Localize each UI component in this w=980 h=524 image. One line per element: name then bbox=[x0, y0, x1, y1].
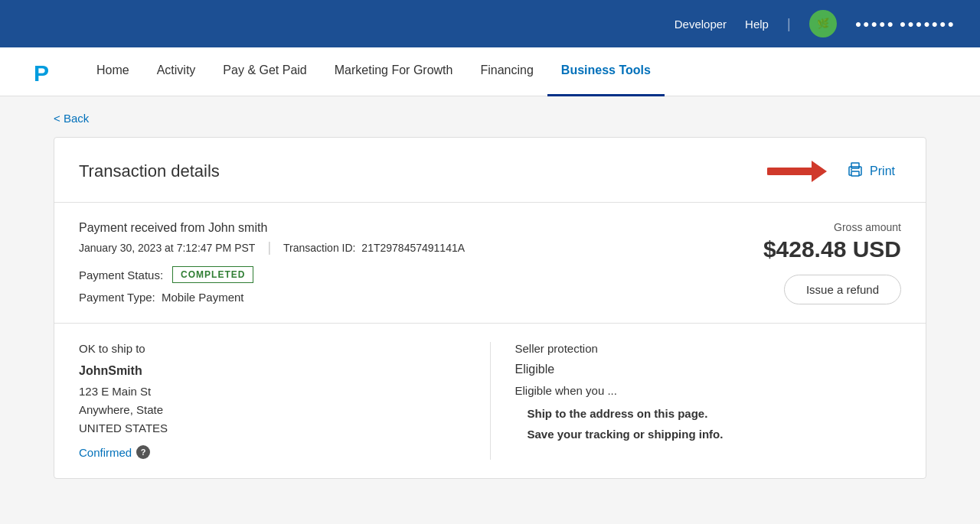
transaction-id: Transaction ID: 21T2978457491141A bbox=[283, 242, 465, 254]
payment-type: Payment Type: Mobile Payment bbox=[79, 291, 465, 304]
top-bar-divider: | bbox=[787, 16, 791, 32]
card-header-right: Print bbox=[767, 156, 901, 187]
svg-point-8 bbox=[851, 169, 852, 171]
svg-text:🌿: 🌿 bbox=[817, 17, 830, 30]
developer-link[interactable]: Developer bbox=[675, 18, 727, 31]
seller-protection-section: Seller protection Eligible Eligible when… bbox=[490, 342, 902, 460]
svg-rect-7 bbox=[851, 171, 859, 176]
info-icon: ? bbox=[136, 445, 150, 459]
payment-info: Payment received from John smith January… bbox=[54, 203, 926, 324]
nav-pay-get-paid[interactable]: Pay & Get Paid bbox=[209, 47, 320, 96]
username-masked: ●●●●● ●●●●●●● bbox=[855, 18, 956, 30]
print-label: Print bbox=[870, 164, 895, 178]
payment-right: Gross amount $428.48 USD Issue a refund bbox=[763, 221, 901, 304]
nav-home[interactable]: Home bbox=[83, 47, 143, 96]
address-line3: UNITED STATES bbox=[79, 419, 466, 438]
eligible-bullet-1: Ship to the address on this page. bbox=[528, 403, 902, 424]
date-divider: | bbox=[267, 239, 271, 255]
paypal-logo: P bbox=[31, 58, 58, 86]
shipping-name: JohnSmith bbox=[79, 364, 466, 378]
payment-date-value: January 30, 2023 at 7:12:47 PM PST bbox=[79, 242, 255, 254]
address-line2: Anywhere, State bbox=[79, 401, 466, 419]
card-title: Transaction details bbox=[79, 161, 220, 181]
ok-to-ship-label: OK to ship to bbox=[79, 342, 466, 355]
gross-amount: $428.48 USD bbox=[763, 236, 901, 262]
main-nav: P Home Activity Pay & Get Paid Marketing… bbox=[0, 47, 980, 96]
shipping-section: OK to ship to JohnSmith 123 E Main St An… bbox=[54, 324, 926, 478]
nav-activity[interactable]: Activity bbox=[143, 47, 210, 96]
eligible-text: Eligible bbox=[515, 363, 902, 376]
payment-status-label: Payment Status: bbox=[79, 269, 163, 282]
payment-type-value: Mobile Payment bbox=[162, 291, 244, 304]
transaction-id-value: 21T2978457491141A bbox=[361, 242, 465, 254]
payment-type-label: Payment Type: bbox=[79, 291, 155, 304]
shipping-address: 123 E Main St Anywhere, State UNITED STA… bbox=[79, 382, 466, 438]
gross-label: Gross amount bbox=[763, 221, 901, 233]
nav-financing[interactable]: Financing bbox=[466, 47, 547, 96]
payment-from: Payment received from John smith bbox=[79, 221, 465, 235]
avatar: 🌿 bbox=[809, 10, 837, 37]
seller-protection-label: Seller protection bbox=[515, 342, 902, 355]
top-bar: Developer Help | 🌿 ●●●●● ●●●●●●● bbox=[0, 0, 980, 47]
payment-status-row: Payment Status: COMPLETED bbox=[79, 266, 465, 283]
confirmed-label: Confirmed bbox=[79, 446, 132, 459]
arrow-right-icon bbox=[767, 156, 828, 187]
eligible-bullets: Ship to the address on this page. Save y… bbox=[528, 403, 902, 444]
svg-marker-4 bbox=[812, 161, 827, 182]
payment-left: Payment received from John smith January… bbox=[79, 221, 465, 304]
confirmed-link[interactable]: Confirmed ? bbox=[79, 445, 150, 459]
status-badge: COMPLETED bbox=[172, 266, 253, 283]
print-icon bbox=[847, 161, 864, 181]
svg-rect-6 bbox=[851, 163, 859, 168]
nav-marketing[interactable]: Marketing For Growth bbox=[321, 47, 467, 96]
card-header: Transaction details bbox=[54, 138, 926, 203]
help-link[interactable]: Help bbox=[745, 18, 769, 31]
print-button[interactable]: Print bbox=[841, 158, 901, 184]
eligible-when-text: Eligible when you ... bbox=[515, 384, 902, 397]
back-link[interactable]: < Back bbox=[54, 112, 89, 125]
eligible-bullet-2: Save your tracking or shipping info. bbox=[528, 424, 902, 444]
nav-business-tools[interactable]: Business Tools bbox=[547, 47, 665, 96]
svg-text:P: P bbox=[34, 60, 49, 86]
payment-date: January 30, 2023 at 7:12:47 PM PST | Tra… bbox=[79, 239, 465, 255]
page-content: < Back Transaction details bbox=[23, 96, 957, 509]
issue-refund-button[interactable]: Issue a refund bbox=[784, 275, 901, 304]
transaction-card: Transaction details bbox=[54, 137, 926, 479]
shipping-left: OK to ship to JohnSmith 123 E Main St An… bbox=[79, 342, 490, 460]
address-line1: 123 E Main St bbox=[79, 382, 466, 401]
transaction-id-label: Transaction ID: bbox=[283, 242, 355, 254]
